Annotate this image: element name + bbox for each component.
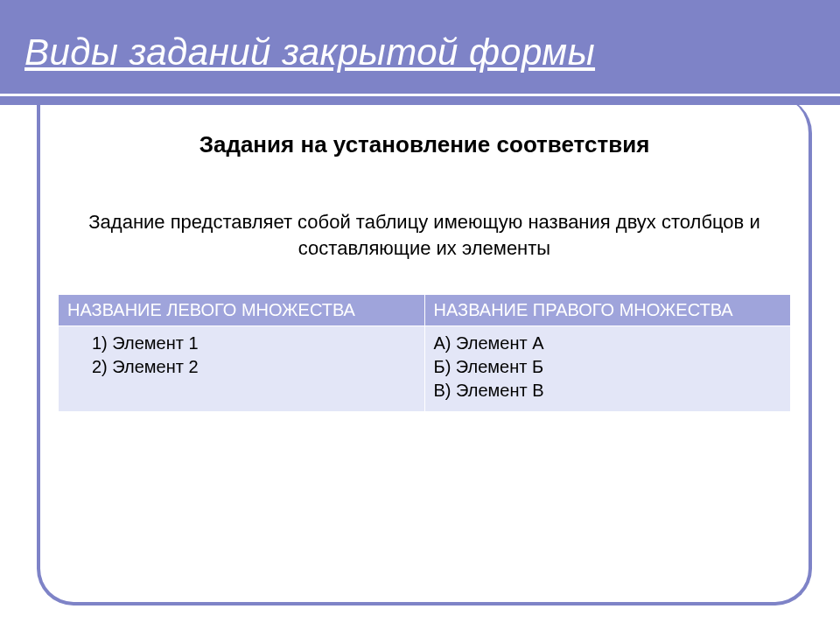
match-table: НАЗВАНИЕ ЛЕВОГО МНОЖЕСТВА НАЗВАНИЕ ПРАВО…	[58, 294, 791, 412]
left-list: 1) Элемент 1 2) Элемент 2	[67, 332, 416, 379]
table-header-row: НАЗВАНИЕ ЛЕВОГО МНОЖЕСТВА НАЗВАНИЕ ПРАВО…	[59, 295, 791, 326]
content-frame: Задания на установление соответствия Зад…	[37, 96, 812, 606]
table-cell-right: А) Элемент А Б) Элемент Б В) Элемент В	[424, 326, 791, 412]
content-subtitle: Задания на установление соответствия	[58, 131, 791, 158]
list-item: А) Элемент А	[434, 332, 782, 355]
right-list: А) Элемент А Б) Элемент Б В) Элемент В	[434, 332, 782, 402]
content-description: Задание представляет собой таблицу имеющ…	[58, 209, 791, 261]
list-item: В) Элемент В	[434, 379, 782, 402]
list-item: Б) Элемент Б	[434, 355, 782, 379]
list-item: 1) Элемент 1	[74, 332, 416, 355]
table-header-left: НАЗВАНИЕ ЛЕВОГО МНОЖЕСТВА	[59, 295, 425, 326]
table-header-right: НАЗВАНИЕ ПРАВОГО МНОЖЕСТВА	[424, 295, 791, 326]
table-row: 1) Элемент 1 2) Элемент 2 А) Элемент А Б…	[59, 326, 791, 412]
content-inner: Задания на установление соответствия Зад…	[40, 131, 808, 412]
page-title: Виды заданий закрытой формы	[24, 32, 595, 74]
table-cell-left: 1) Элемент 1 2) Элемент 2	[59, 326, 425, 412]
list-item: 2) Элемент 2	[74, 355, 416, 379]
header-band: Виды заданий закрытой формы	[0, 0, 840, 105]
